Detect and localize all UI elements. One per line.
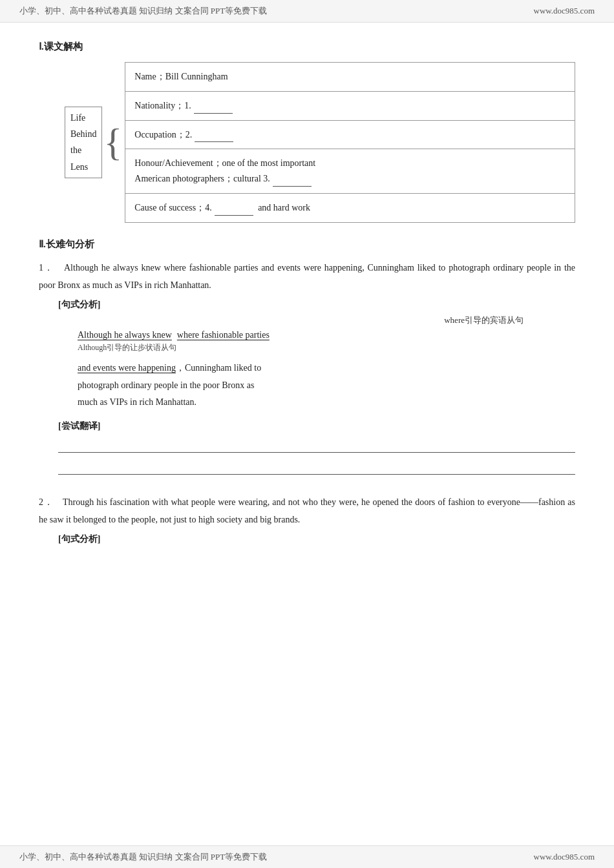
structure-table: Name；Bill Cunningham Nationality；1. Occu…	[125, 62, 575, 223]
continuation-lines: and events were happening，Cunningham lik…	[78, 360, 575, 411]
curly-brace-icon: {	[103, 123, 122, 161]
sentence2-block: 2． Through his fascination with what peo…	[39, 494, 575, 545]
structure-diagram: LifeBehindtheLens { Name；Bill Cunningham…	[65, 62, 575, 223]
where-text: where fashionable parties	[177, 330, 270, 340]
cont-line1: and events were happening，Cunningham lik…	[78, 360, 575, 377]
sentence2-num: 2．	[39, 497, 63, 507]
although-part: Although he always knew Although引导的让步状语从…	[78, 330, 172, 340]
nationality-row: Nationality；1.	[125, 92, 575, 121]
section1-title: Ⅰ.课文解构	[39, 41, 575, 53]
sentence1-text: 1． Although he always knew where fashion…	[39, 260, 575, 294]
section2: Ⅱ.长难句分析 1． Although he always knew where…	[39, 238, 575, 545]
footer-left-text: 小学、初中、高中各种试卷真题 知识归纳 文案合同 PPT等免费下载	[19, 851, 267, 863]
sentence1-block: 1． Although he always knew where fashion…	[39, 260, 575, 475]
analysis-line1: Although he always knew Although引导的让步状语从…	[78, 330, 575, 340]
translate-label-1: [尝试翻译]	[58, 420, 575, 432]
where-note: where引导的宾语从句	[78, 315, 575, 326]
although-note: Although引导的让步状语从句	[78, 342, 176, 353]
header-left-text: 小学、初中、高中各种试卷真题 知识归纳 文案合同 PPT等免费下载	[19, 5, 267, 17]
footer-right-text: www.doc985.com	[534, 852, 595, 862]
analysis-label-1: [句式分析]	[58, 299, 575, 311]
header-bar: 小学、初中、高中各种试卷真题 知识归纳 文案合同 PPT等免费下载 www.do…	[0, 0, 614, 23]
translate-lines-1	[58, 436, 575, 475]
cont-line2: photograph ordinary people in the poor B…	[78, 377, 575, 395]
honour-row: Honour/Achievement；one of the most impor…	[125, 149, 575, 194]
although-text: Although he always knew	[78, 330, 172, 340]
translate-line1	[58, 436, 575, 453]
bracket-wrapper: LifeBehindtheLens {	[65, 62, 125, 223]
sentence1-num: 1．	[39, 263, 64, 273]
name-row: Name；Bill Cunningham	[125, 63, 575, 92]
cont-line3: much as VIPs in rich Manhattan.	[78, 394, 575, 411]
left-label-box: LifeBehindtheLens	[65, 107, 102, 178]
analysis-content-1: where引导的宾语从句 Although he always knew Alt…	[78, 315, 575, 411]
main-content: Ⅰ.课文解构 LifeBehindtheLens { Name；Bill Cun…	[0, 23, 614, 588]
where-part: where fashionable parties	[177, 330, 270, 340]
occupation-row: Occupation；2.	[125, 121, 575, 150]
footer-bar: 小学、初中、高中各种试卷真题 知识归纳 文案合同 PPT等免费下载 www.do…	[0, 845, 614, 868]
sentence2-text: 2． Through his fascination with what peo…	[39, 494, 575, 528]
header-right-text: www.doc985.com	[534, 6, 595, 16]
cause-row: Cause of success；4. and hard work	[125, 194, 575, 222]
analysis-label-2: [句式分析]	[58, 533, 575, 545]
section2-title: Ⅱ.长难句分析	[39, 238, 575, 251]
translate-line2	[58, 458, 575, 475]
